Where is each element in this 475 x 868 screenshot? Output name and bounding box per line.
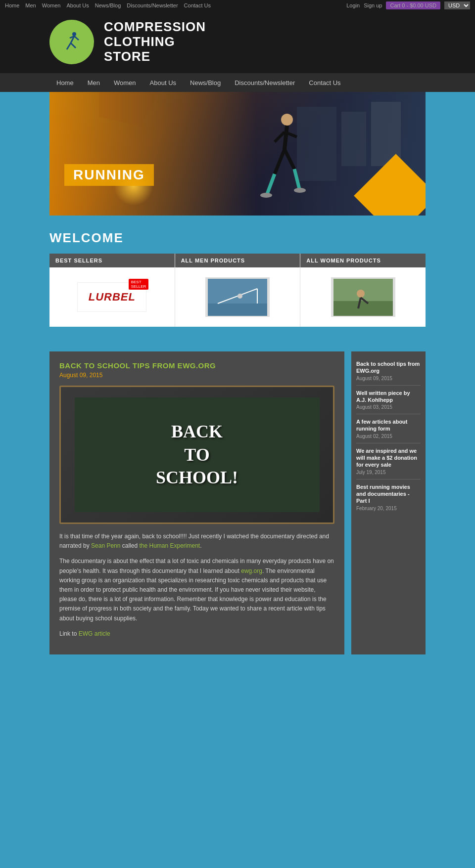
ewg-link[interactable]: ewg.org <box>241 567 262 574</box>
login-link[interactable]: Login <box>346 2 360 8</box>
svg-line-8 <box>285 126 287 149</box>
chalkboard-text-2: TO <box>184 443 209 467</box>
ewg-link-label: Link to <box>59 630 79 637</box>
human-experiment-link[interactable]: the Human Experiment <box>139 542 200 549</box>
svg-rect-18 <box>208 304 267 316</box>
best-sellers-header: BEST SELLERS <box>49 254 175 267</box>
nav-women[interactable]: Women <box>107 73 143 92</box>
nav-contact[interactable]: Contact Us <box>302 73 347 92</box>
product-boxes: BEST SELLERS BESTSELLER LURBEL ALL MEN P… <box>49 254 426 327</box>
sidebar-post-title-1: Well written piece by A.J. Kohlhepp <box>356 390 421 404</box>
sean-penn-link[interactable]: Sean Penn <box>91 542 120 549</box>
site-title: COMPRESSION CLOTHING STORE <box>104 20 206 64</box>
nav-about[interactable]: About Us <box>143 73 183 92</box>
sidebar-post-date-0: August 09, 2015 <box>356 376 421 381</box>
svg-point-21 <box>238 294 242 299</box>
svg-point-1 <box>72 32 76 36</box>
hero-wrapper: RUNNING <box>0 92 475 216</box>
body-text-1b: called <box>120 542 139 549</box>
sidebar-post-0[interactable]: Back to school tips from EWG.org August … <box>356 356 421 386</box>
hero-banner: RUNNING <box>49 92 426 216</box>
sidebar-post-title-0: Back to school tips from EWG.org <box>356 360 421 375</box>
top-bar-right: Login Sign up Cart 0 - $0.00 USD USD <box>346 1 470 9</box>
svg-line-12 <box>267 174 275 194</box>
sidebar-post-date-1: August 03, 2015 <box>356 404 421 410</box>
body-text-2b: . The environmental working group is an … <box>59 567 327 622</box>
top-link-news[interactable]: News/Blog <box>95 2 121 8</box>
sidebar-post-2[interactable]: A few articles about running form August… <box>356 414 421 443</box>
svg-line-11 <box>275 149 285 174</box>
blog-post-title: BACK TO SCHOOL TIPS FROM EWG.ORG <box>59 361 334 370</box>
blog-post-body: It is that time of the year again, back … <box>59 532 334 639</box>
nav-men[interactable]: Men <box>81 73 107 92</box>
best-sellers-content: BESTSELLER LURBEL <box>49 267 175 327</box>
lurbel-logo: BESTSELLER LURBEL <box>77 282 146 312</box>
signup-link[interactable]: Sign up <box>364 2 382 8</box>
blog-sidebar: Back to school tips from EWG.org August … <box>351 351 426 654</box>
top-link-home[interactable]: Home <box>5 2 19 8</box>
hero-runner-figure <box>252 105 317 216</box>
bestseller-badge: BESTSELLER <box>129 279 149 290</box>
women-products-header: ALL WOMEN PRODUCTS <box>300 254 426 267</box>
hero-label: RUNNING <box>64 164 154 186</box>
top-link-contact[interactable]: Contact Us <box>184 2 211 8</box>
svg-rect-23 <box>333 301 393 316</box>
logo-circle <box>49 20 94 64</box>
top-link-discounts[interactable]: Discounts/Newsletter <box>127 2 178 8</box>
cart-button[interactable]: Cart 0 - $0.00 USD <box>386 1 440 9</box>
men-products-box[interactable]: ALL MEN PRODUCTS <box>175 254 301 327</box>
blog-main-post: BACK TO SCHOOL TIPS FROM EWG.ORG August … <box>49 351 344 654</box>
sidebar-post-4[interactable]: Best running movies and documentaries - … <box>356 479 421 515</box>
site-header: COMPRESSION CLOTHING STORE <box>0 11 475 73</box>
svg-line-13 <box>285 149 294 169</box>
women-products-image <box>331 277 395 317</box>
sidebar-post-title-4: Best running movies and documentaries - … <box>356 483 421 505</box>
top-bar-links: Home Men Women About Us News/Blog Discou… <box>5 2 211 8</box>
top-bar: Home Men Women About Us News/Blog Discou… <box>0 0 475 11</box>
men-products-content <box>175 267 300 327</box>
women-products-content <box>300 267 426 327</box>
ewg-article-link[interactable]: EWG article <box>79 630 110 637</box>
welcome-title: WELCOME <box>49 230 426 246</box>
runner-logo-icon <box>57 27 87 57</box>
men-products-image <box>205 277 270 317</box>
svg-point-16 <box>294 188 306 193</box>
main-content: WELCOME BEST SELLERS BESTSELLER LURBEL A… <box>0 216 475 654</box>
svg-point-15 <box>260 193 272 198</box>
nav-news[interactable]: News/Blog <box>183 73 228 92</box>
blog-post-image: BACK TO SCHOOL! <box>59 386 334 524</box>
sidebar-post-title-2: A few articles about running form <box>356 418 421 433</box>
blog-section: BACK TO SCHOOL TIPS FROM EWG.ORG August … <box>49 351 426 654</box>
men-products-header: ALL MEN PRODUCTS <box>175 254 300 267</box>
top-link-women[interactable]: Women <box>42 2 61 8</box>
blog-post-date: August 09, 2015 <box>59 372 334 379</box>
women-products-box[interactable]: ALL WOMEN PRODUCTS <box>300 254 426 327</box>
best-sellers-box[interactable]: BEST SELLERS BESTSELLER LURBEL <box>49 254 175 327</box>
sidebar-post-title-3: We are inspired and we will make a $2 do… <box>356 447 421 469</box>
top-link-about[interactable]: About Us <box>66 2 89 8</box>
body-text-1c: . <box>200 542 201 549</box>
svg-line-9 <box>275 132 285 142</box>
welcome-section: WELCOME BEST SELLERS BESTSELLER LURBEL A… <box>49 216 426 351</box>
nav-home[interactable]: Home <box>49 73 81 92</box>
sidebar-post-date-3: July 19, 2015 <box>356 470 421 475</box>
chalkboard-text-1: BACK <box>171 420 223 443</box>
nav-discounts[interactable]: Discounts/Newsletter <box>228 73 302 92</box>
svg-point-24 <box>357 290 365 298</box>
chalkboard-text-3: SCHOOL! <box>156 466 238 489</box>
building-2 <box>341 112 366 166</box>
svg-line-14 <box>294 169 299 189</box>
svg-point-7 <box>281 114 293 126</box>
sidebar-post-3[interactable]: We are inspired and we will make a $2 do… <box>356 443 421 479</box>
sidebar-post-date-4: February 20, 2015 <box>356 506 421 511</box>
currency-select[interactable]: USD <box>444 1 470 9</box>
lurbel-text: LURBEL <box>89 291 136 304</box>
top-link-men[interactable]: Men <box>25 2 36 8</box>
main-nav: Home Men Women About Us News/Blog Discou… <box>0 73 475 92</box>
sidebar-post-date-2: August 02, 2015 <box>356 434 421 439</box>
sidebar-post-1[interactable]: Well written piece by A.J. Kohlhepp Augu… <box>356 386 421 415</box>
